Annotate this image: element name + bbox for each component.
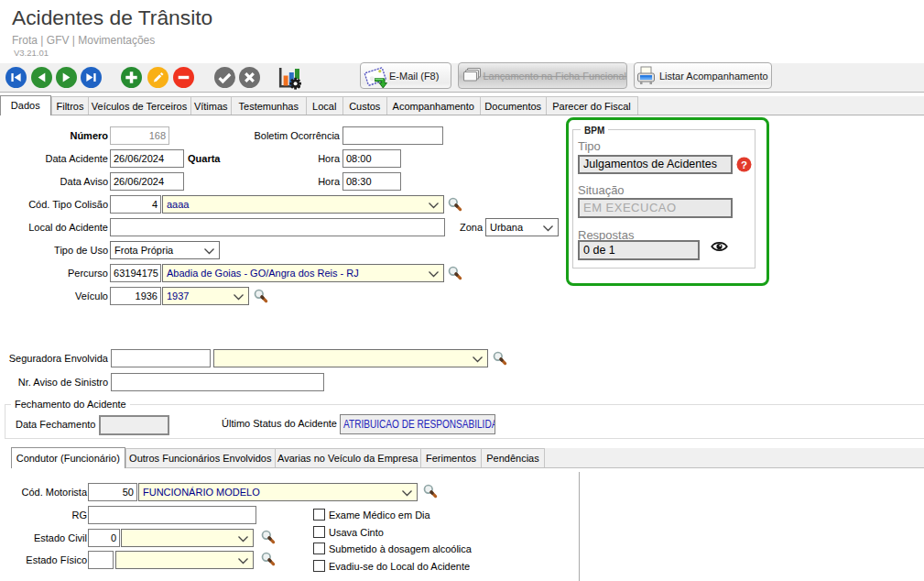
svg-text:?: ? bbox=[741, 159, 747, 170]
